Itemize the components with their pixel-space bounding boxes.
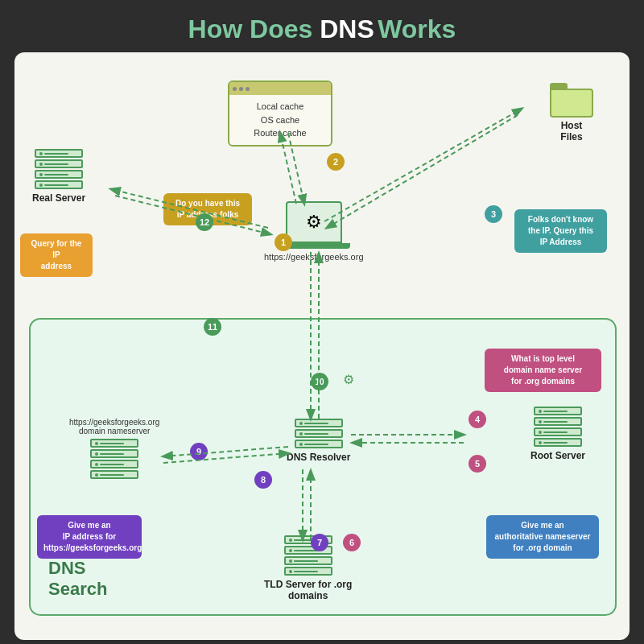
num-circle-1: 1: [275, 233, 292, 251]
cache-dot-1: [233, 87, 237, 91]
dns-resolver-label: DNS Resolver: [287, 452, 350, 463]
folks-dont-know-tooltip: Folks don't knowthe IP. Query thisIP Add…: [514, 209, 607, 253]
title-part1: How Does: [188, 14, 320, 43]
num-circle-7: 7: [311, 534, 328, 551]
gear-icon: ⚙: [306, 212, 322, 233]
dns-search-label: DNSSearch: [48, 558, 107, 600]
host-files-label: HostFiles: [560, 120, 582, 142]
dns-resolver-box: DNS Resolver: [287, 419, 350, 463]
num-circle-10: 10: [311, 373, 328, 390]
num-circle-3: 3: [485, 205, 502, 223]
title-highlight: DNS: [320, 14, 374, 43]
num-circle-8: 8: [254, 471, 272, 489]
cache-box-body: Local cacheOS cacheRouter cache: [229, 95, 331, 145]
cache-box: Local cacheOS cacheRouter cache: [228, 80, 332, 147]
root-server-label: Root Server: [530, 450, 585, 461]
diagram-area: DNSSearch Local cacheOS cacheRouter cach…: [14, 52, 630, 640]
num-circle-2: 2: [327, 153, 345, 171]
tld-server-box: TLD Server for .orgdomains: [264, 535, 352, 601]
real-server-box: Real Server Query for the IPaddress: [32, 149, 85, 204]
num-circle-4: 4: [469, 411, 486, 428]
domain-ns-icon: [90, 439, 138, 479]
folder-body: [550, 89, 593, 118]
num-circle-12: 12: [196, 213, 213, 231]
num-circle-6: 6: [343, 534, 361, 551]
title-area: How Does DNS Works: [0, 0, 644, 52]
laptop-label: https://geeksforgeeks.org: [264, 252, 364, 262]
domain-ns-top-label: https://geeksforgeeks.orgdomain nameserv…: [69, 418, 159, 436]
query-tooltip: Query for the IPaddress: [20, 233, 93, 277]
num-circle-11: 11: [204, 318, 221, 336]
cache-box-header: [229, 82, 331, 95]
what-is-top-tooltip: What is top leveldomain name serverfor .…: [485, 349, 601, 392]
title-part2: Works: [378, 14, 456, 43]
cache-dot-2: [239, 87, 243, 91]
domain-ns-box: https://geeksforgeeks.orgdomain nameserv…: [69, 415, 159, 479]
give-me-ip-tooltip: Give me anIP address forhttps://geeksfor…: [37, 515, 142, 559]
real-server-label: Real Server: [32, 192, 85, 204]
tld-server-label: TLD Server for .orgdomains: [264, 579, 352, 601]
dns-resolver-icon: [295, 419, 343, 448]
main-container: How Does DNS Works DNSSearch Local cache…: [0, 0, 644, 644]
laptop-box: ⚙ https://geeksforgeeks.org: [264, 201, 364, 262]
cache-dot-3: [246, 87, 250, 91]
num-circle-9: 9: [190, 443, 208, 460]
folder-icon: [550, 83, 593, 117]
laptop-screen: ⚙: [286, 201, 342, 243]
root-server-icon: [534, 407, 582, 447]
num-circle-5: 5: [469, 455, 486, 473]
host-files-box: HostFiles: [550, 83, 593, 142]
real-server-icon: [35, 149, 83, 189]
give-me-auth-tooltip: Give me anauthoritative nameserverfor .o…: [486, 515, 599, 559]
root-server-box: Root Server: [530, 407, 585, 461]
